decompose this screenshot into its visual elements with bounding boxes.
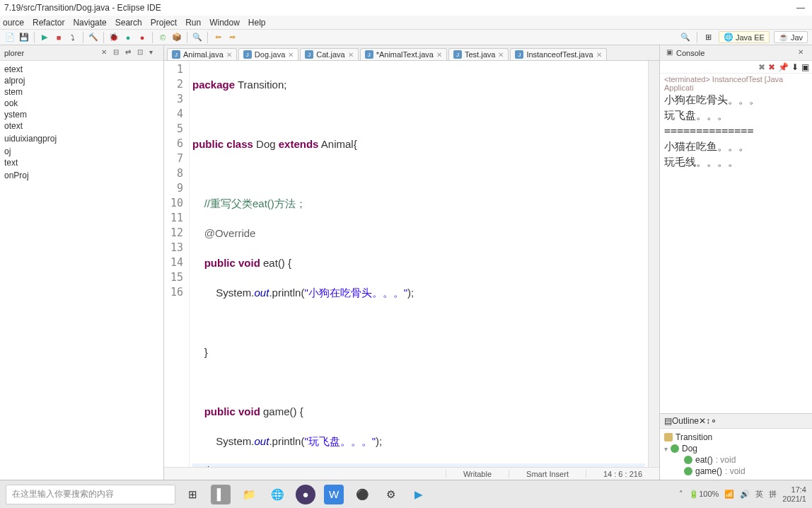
taskbar-search-input[interactable]: 在这里输入你要搜索的内容 bbox=[6, 485, 175, 504]
menu-source[interactable]: ource bbox=[3, 18, 24, 28]
menu-navigate[interactable]: Navigate bbox=[73, 18, 106, 28]
perspective-java[interactable]: ☕ Jav bbox=[774, 31, 808, 43]
new-icon[interactable]: 📄 bbox=[4, 32, 16, 43]
outline-method-game[interactable]: game() : void bbox=[664, 466, 808, 477]
menu-window[interactable]: Window bbox=[209, 18, 240, 28]
tray-clock[interactable]: 17:4 2021/1 bbox=[782, 485, 806, 502]
tree-item[interactable]: alproj bbox=[4, 75, 159, 86]
nav-back-icon[interactable]: ⬅ bbox=[212, 32, 224, 43]
debug-stop-icon[interactable]: ■ bbox=[53, 32, 64, 43]
close-icon[interactable]: ✕ bbox=[596, 51, 602, 59]
outline-package[interactable]: Transition bbox=[664, 432, 808, 443]
access-icon[interactable]: 🔍 bbox=[680, 32, 691, 43]
editor-scrollbar[interactable] bbox=[648, 61, 659, 467]
debug-run-icon[interactable]: ▶ bbox=[39, 32, 50, 43]
file-explorer-icon[interactable]: 📁 bbox=[239, 485, 259, 504]
new-class-icon[interactable]: © bbox=[157, 32, 168, 43]
close-icon[interactable]: ✕ bbox=[436, 51, 442, 59]
chrome-icon[interactable]: 🌐 bbox=[267, 485, 287, 504]
console-scroll-icon[interactable]: ⬇ bbox=[791, 62, 799, 72]
tree-item[interactable]: onProj bbox=[4, 170, 159, 181]
outline-close-icon[interactable]: ✕ bbox=[699, 416, 706, 426]
tab-animal[interactable]: JAnimal.java✕ bbox=[167, 48, 237, 60]
tray-chevron-icon[interactable]: ˄ bbox=[679, 490, 683, 499]
new-pkg-icon[interactable]: 📦 bbox=[171, 32, 182, 43]
explorer-close-icon[interactable]: ✕ bbox=[101, 48, 111, 58]
close-icon[interactable]: ✕ bbox=[288, 51, 294, 59]
console-clear-icon[interactable]: ✖ bbox=[758, 62, 765, 72]
console-icon: ▣ bbox=[666, 48, 676, 58]
run-icon[interactable]: ● bbox=[122, 32, 134, 43]
tree-item[interactable]: ystem bbox=[4, 109, 159, 120]
code-editor[interactable]: package Transition; public class Dog ext… bbox=[190, 61, 648, 467]
status-position: 14 : 6 : 216 bbox=[586, 470, 659, 478]
close-icon[interactable]: ✕ bbox=[348, 51, 354, 59]
tab-cat[interactable]: JCat.java✕ bbox=[300, 48, 358, 60]
console-open-icon[interactable]: ▣ bbox=[801, 62, 809, 72]
ime-indicator-2[interactable]: 拼 bbox=[769, 489, 777, 500]
console-output[interactable]: <terminated> InstanceofTest [Java Applic… bbox=[660, 74, 812, 413]
menu-project[interactable]: Project bbox=[151, 18, 177, 28]
perspective-javaee[interactable]: 🌐 Java EE bbox=[719, 31, 770, 43]
windows-taskbar: 在这里输入你要搜索的内容 ⊞ ▌ 📁 🌐 ● W ⚫ ⚙ ▶ ˄ 🔋100% 📶… bbox=[0, 480, 812, 508]
tree-item[interactable]: oj bbox=[4, 146, 159, 157]
close-icon[interactable]: ✕ bbox=[498, 51, 504, 59]
method-icon bbox=[684, 456, 692, 464]
menu-icon[interactable]: ▾ bbox=[149, 48, 159, 58]
outline-tree[interactable]: Transition ▾Dog eat() : void game() : vo… bbox=[660, 429, 812, 480]
video-editor-icon[interactable]: ▶ bbox=[409, 485, 429, 504]
java-file-icon: J bbox=[515, 50, 523, 59]
console-title: Console bbox=[676, 49, 796, 57]
menu-refactor[interactable]: Refactor bbox=[33, 18, 64, 28]
chevron-down-icon[interactable]: ▾ bbox=[664, 445, 668, 453]
tab-dog[interactable]: JDog.java✕ bbox=[238, 48, 298, 60]
tree-item[interactable]: otext bbox=[4, 120, 159, 132]
console-line: ============== bbox=[664, 123, 808, 139]
minimize-button[interactable]: — bbox=[796, 3, 805, 13]
outline-filter-icon[interactable]: ⚬ bbox=[710, 416, 717, 426]
tab-test[interactable]: JTest.java✕ bbox=[448, 48, 509, 60]
package-explorer: plorer ✕ ⊟ ⇄ ⊡ ▾ etext alproj stem ook y… bbox=[0, 45, 164, 480]
task-view-icon[interactable]: ⊞ bbox=[182, 485, 202, 504]
app-generic-icon[interactable]: ▌ bbox=[211, 485, 231, 504]
console-close-icon[interactable]: ✕ bbox=[798, 48, 808, 58]
open-perspective-icon[interactable]: ⊞ bbox=[703, 32, 714, 43]
tree-item[interactable]: text bbox=[4, 157, 159, 168]
collapse-icon[interactable]: ⊟ bbox=[113, 48, 123, 58]
tab-instanceof[interactable]: JInstanceofTest.java✕ bbox=[510, 48, 606, 60]
tree-item[interactable]: ook bbox=[4, 98, 159, 109]
ime-indicator[interactable]: 英 bbox=[755, 489, 763, 500]
settings-icon[interactable]: ⚙ bbox=[381, 485, 400, 504]
menu-run[interactable]: Run bbox=[185, 18, 201, 28]
debug-step-icon[interactable]: ⤵ bbox=[67, 32, 79, 43]
wps-icon[interactable]: W bbox=[324, 485, 344, 504]
save-icon[interactable]: 💾 bbox=[18, 32, 30, 43]
console-pin-icon[interactable]: 📌 bbox=[778, 62, 789, 72]
console-remove-icon[interactable]: ✖ bbox=[768, 62, 775, 72]
tree-item[interactable]: stem bbox=[4, 86, 159, 98]
tree-item[interactable]: uiduixiangproj bbox=[4, 133, 159, 144]
focus-icon[interactable]: ⊡ bbox=[137, 48, 147, 58]
build-icon[interactable]: 🔨 bbox=[88, 32, 99, 43]
search-icon[interactable]: 🔍 bbox=[192, 32, 203, 43]
tab-animaltext[interactable]: J*AnimalText.java✕ bbox=[360, 48, 447, 60]
nav-fwd-icon[interactable]: ➡ bbox=[226, 32, 238, 43]
console-line: 小狗在吃骨头。。。 bbox=[664, 92, 808, 108]
menu-search[interactable]: Search bbox=[115, 18, 142, 28]
package-icon bbox=[664, 433, 673, 441]
wifi-icon[interactable]: 📶 bbox=[724, 490, 734, 499]
outline-method-eat[interactable]: eat() : void bbox=[664, 454, 808, 466]
explorer-tree[interactable]: etext alproj stem ook ystem otext uiduix… bbox=[0, 61, 163, 480]
obs-icon[interactable]: ⚫ bbox=[352, 485, 372, 504]
close-icon[interactable]: ✕ bbox=[226, 51, 232, 59]
volume-icon[interactable]: 🔊 bbox=[740, 490, 750, 499]
link-icon[interactable]: ⇄ bbox=[125, 48, 135, 58]
run-ext-icon[interactable]: ● bbox=[137, 32, 148, 43]
tree-item[interactable]: etext bbox=[4, 64, 159, 75]
menu-help[interactable]: Help bbox=[248, 18, 266, 28]
outline-header: ▤ Outline ✕ ↕ ⚬ bbox=[660, 413, 812, 429]
eclipse-icon[interactable]: ● bbox=[296, 485, 315, 504]
outline-class[interactable]: ▾Dog bbox=[664, 443, 808, 454]
debug-icon[interactable]: 🐞 bbox=[108, 32, 120, 43]
battery-icon[interactable]: 🔋100% bbox=[689, 490, 719, 499]
